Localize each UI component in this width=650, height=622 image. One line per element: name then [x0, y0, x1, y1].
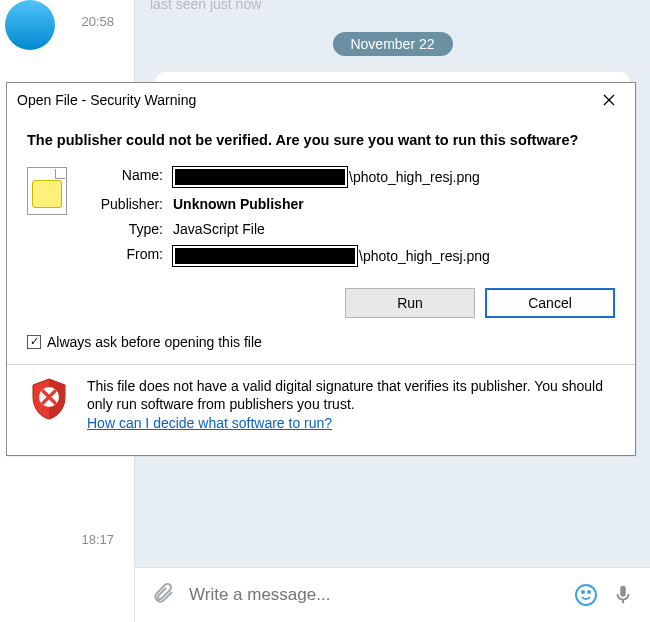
checkbox-icon[interactable]: ✓: [27, 335, 41, 349]
from-label: From:: [87, 246, 163, 266]
message-bubble: [155, 72, 630, 82]
run-button[interactable]: Run: [345, 288, 475, 318]
avatar[interactable]: [5, 0, 55, 50]
paperclip-icon[interactable]: [151, 581, 175, 609]
warning-text: This file does not have a valid digital …: [87, 378, 603, 413]
svg-point-1: [582, 591, 584, 593]
svg-point-0: [576, 585, 596, 605]
chat-time: 18:17: [81, 532, 114, 547]
dialog-heading: The publisher could not be verified. Are…: [27, 131, 615, 151]
close-icon[interactable]: [591, 87, 627, 113]
microphone-icon[interactable]: [612, 584, 634, 606]
redacted-text: [173, 246, 357, 266]
always-ask-checkbox-row[interactable]: ✓ Always ask before opening this file: [27, 334, 615, 350]
file-details: Name: \photo_high_resj.png Publisher: Un…: [87, 167, 615, 266]
cancel-button[interactable]: Cancel: [485, 288, 615, 318]
warning-text-block: This file does not have a valid digital …: [87, 377, 611, 434]
script-file-icon: [27, 167, 67, 215]
dialog-buttons: Run Cancel: [27, 288, 615, 318]
publisher-value: Unknown Publisher: [173, 196, 615, 212]
security-warning-dialog: Open File - Security Warning The publish…: [6, 82, 636, 456]
redacted-text: [173, 167, 347, 187]
chat-time: 20:58: [81, 14, 114, 29]
emoji-icon[interactable]: [574, 583, 598, 607]
message-input[interactable]: [189, 585, 560, 605]
name-value: \photo_high_resj.png: [173, 167, 615, 187]
from-value: \photo_high_resj.png: [173, 246, 615, 266]
separator: [7, 364, 635, 365]
dialog-body: The publisher could not be verified. Are…: [7, 117, 635, 455]
date-pill: November 22: [332, 32, 452, 56]
last-seen-text: last seen just now: [150, 0, 261, 12]
shield-warning-icon: [29, 377, 69, 424]
warning-row: This file does not have a valid digital …: [27, 377, 615, 444]
type-value: JavaScript File: [173, 221, 615, 237]
type-label: Type:: [87, 221, 163, 237]
dialog-title: Open File - Security Warning: [17, 92, 196, 108]
message-composer: [135, 567, 650, 622]
name-label: Name:: [87, 167, 163, 187]
help-link[interactable]: How can I decide what software to run?: [87, 415, 332, 431]
checkbox-label: Always ask before opening this file: [47, 334, 262, 350]
svg-point-2: [588, 591, 590, 593]
dialog-titlebar: Open File - Security Warning: [7, 83, 635, 117]
publisher-label: Publisher:: [87, 196, 163, 212]
